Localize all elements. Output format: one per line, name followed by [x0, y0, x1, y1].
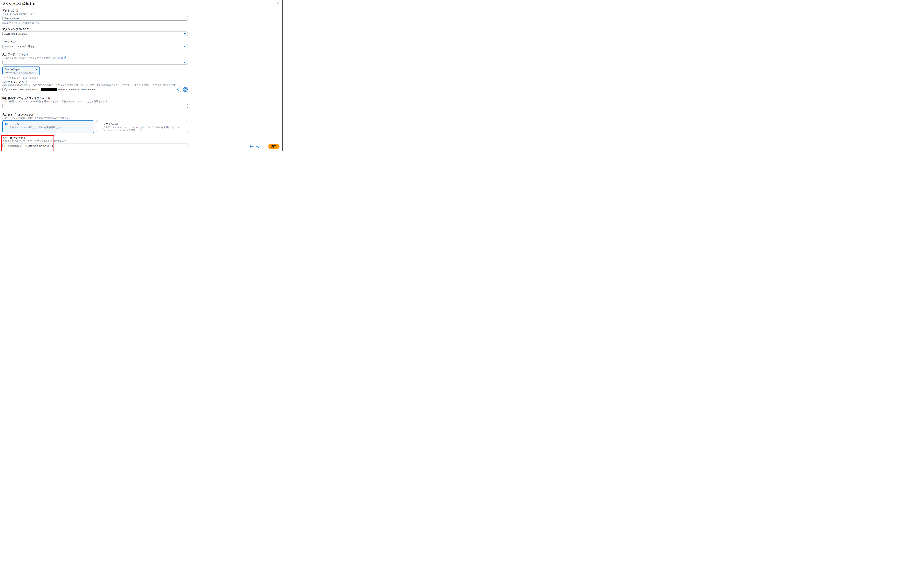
close-button[interactable] [276, 2, 279, 5]
input-type-description: ステートマシンの実行を開始するために使用される入力のタイプ。 [2, 117, 280, 119]
external-link-icon [64, 56, 66, 59]
edit-action-dialog: アクションを編集する アクション名 アクションの名前を選択します 100 文字を… [0, 0, 282, 151]
action-name-description: アクションの名前を選択します [2, 12, 280, 15]
dialog-title: アクションを編集する [2, 2, 280, 6]
close-icon [276, 2, 279, 6]
dropdown-caret-icon [184, 33, 186, 34]
action-provider-group: アクションプロバイダー AWS Step Functions [2, 28, 280, 36]
state-machine-arn-value: arn:aws:states:ap-northeast-1: :stateMac… [8, 88, 175, 91]
dropdown-caret-icon [184, 46, 186, 47]
radio-selected-icon[interactable] [5, 123, 8, 125]
execution-prefix-description: この文字列は、ステートマシンの実行を開始するときに、実行名のプレフィックスとして… [2, 100, 280, 103]
input-artifacts-hint: 100 文字を超えることはできません [2, 76, 280, 79]
dialog-footer: キャンセル 完了 [0, 142, 282, 151]
clear-button[interactable] [176, 88, 179, 91]
input-artifacts-description: このアクションの入力アーティファクトを選択します 詳細 [2, 56, 280, 59]
action-name-input[interactable] [2, 16, 188, 20]
execution-prefix-input[interactable] [2, 104, 188, 108]
state-machine-arn-input[interactable]: arn:aws:states:ap-northeast-1: :stateMac… [2, 87, 181, 92]
input-type-group: 入力タイプ - オプショナル ステートマシンの実行を開始するために使用される入力… [2, 113, 280, 133]
action-name-label: アクション名 [2, 9, 280, 12]
input-type-label: 入力タイプ - オプショナル [2, 113, 280, 116]
action-name-group: アクション名 アクションの名前を選択します 100 文字を超えることはできません [2, 9, 280, 24]
state-machine-arn-label: ステートマシン ARN [2, 80, 280, 83]
input-artifacts-label: 入力アーティファクト [2, 53, 280, 56]
done-button[interactable]: 完了 [268, 144, 279, 149]
action-provider-label: アクションプロバイダー [2, 28, 280, 31]
artifact-chip-sourceoutput: SourceOutput S3Source によって定義されます。 [2, 67, 40, 75]
action-name-hint: 100 文字を超えることはできません [2, 22, 280, 24]
input-type-option-label: リテラル [9, 122, 64, 125]
input-type-option-description: 入力アーティファクトのファイルに含まれている JSON を使用します。入力フィー… [103, 126, 185, 132]
region-value: アジアパシフィック (東京) [4, 45, 34, 48]
region-select[interactable]: アジアパシフィック (東京) [2, 44, 188, 49]
state-machine-arn-group: ステートマシン ARN AWS Step Functions コンソールで作成済… [2, 80, 280, 92]
input-type-option-literal[interactable]: リテラル 入力フィールドで指定した JSON を直接使用します。 [2, 120, 94, 133]
input-type-option-filepath[interactable]: ファイルパス 入力アーティファクトのファイルに含まれている JSON を使用しま… [96, 120, 188, 133]
redaction-box [41, 88, 57, 91]
chip-remove-button[interactable] [35, 68, 38, 71]
artifact-chip-description: S3Source によって定義されます。 [5, 71, 38, 74]
execution-prefix-label: 実行名のプレフィックス - オプショナル [2, 97, 280, 100]
radio-unselected-icon[interactable] [99, 123, 101, 125]
execution-prefix-group: 実行名のプレフィックス - オプショナル この文字列は、ステートマシンの実行を開… [2, 97, 280, 108]
input-artifacts-select[interactable] [2, 60, 188, 65]
region-group: リージョン アジアパシフィック (東京) [2, 41, 280, 49]
refresh-button[interactable] [183, 87, 188, 92]
search-icon [4, 88, 7, 91]
action-provider-value: AWS Step Functions [4, 33, 26, 35]
input-json-label: 入力 - オプショナル [2, 136, 280, 139]
input-type-option-label: ファイルパス [103, 122, 185, 125]
dropdown-caret-icon [184, 62, 186, 63]
artifact-chip-name: SourceOutput [5, 68, 38, 71]
input-type-option-description: 入力フィールドで指定した JSON を直接使用します。 [9, 126, 64, 129]
cancel-button[interactable]: キャンセル [248, 145, 263, 148]
state-machine-arn-description: AWS Step Functions コンソールで作成済みのステートマシンを選択… [2, 84, 280, 86]
action-provider-select[interactable]: AWS Step Functions [2, 31, 188, 36]
region-label: リージョン [2, 41, 280, 44]
input-artifacts-group: 入力アーティファクト このアクションの入力アーティファクトを選択します 詳細 S… [2, 53, 280, 79]
detail-link[interactable]: 詳細 [58, 56, 66, 59]
